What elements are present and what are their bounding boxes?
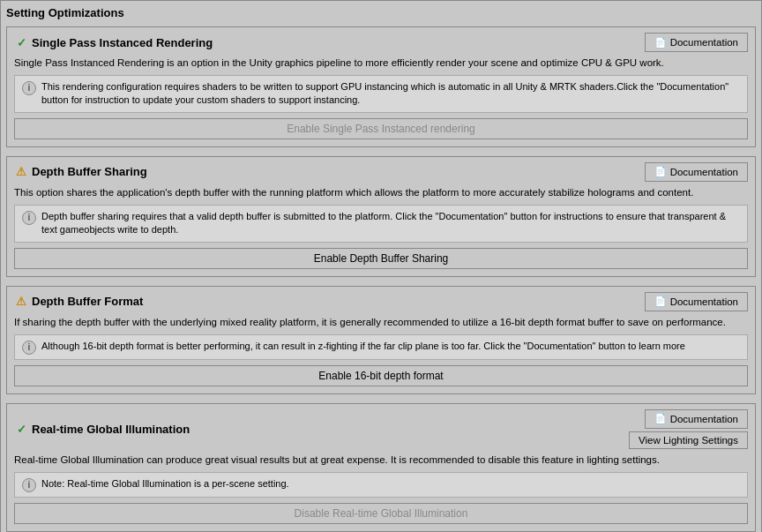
title-row: ✓ Real-time Global Illumination: [14, 422, 190, 436]
title-row: ✓ Single Pass Instanced Rendering: [14, 35, 213, 49]
info-icon-single-pass: i: [22, 81, 36, 95]
section-description-realtime-gi: Real-time Global Illumination can produc…: [14, 453, 748, 467]
status-icon-depth-buffer-format: ⚠: [14, 295, 28, 309]
info-box-depth-buffer-format: i Although 16-bit depth format is better…: [14, 334, 748, 360]
section-title-single-pass: Single Pass Instanced Rendering: [32, 36, 213, 49]
status-icon-depth-buffer-sharing: ⚠: [14, 165, 28, 179]
title-row: ⚠ Depth Buffer Sharing: [14, 165, 147, 179]
section-header: ⚠ Depth Buffer Format 📄 Documentation: [14, 292, 748, 311]
action-btn-single-pass: Enable Single Pass Instanced rendering: [14, 118, 748, 139]
info-icon-realtime-gi: i: [22, 478, 36, 492]
section-header: ⚠ Depth Buffer Sharing 📄 Documentation: [14, 162, 748, 182]
doc-button-single-pass[interactable]: 📄 Documentation: [645, 33, 748, 52]
info-box-realtime-gi: i Note: Real-time Global Illumination is…: [14, 472, 748, 498]
main-window: Setting Optimizations ✓ Single Pass Inst…: [0, 0, 762, 532]
info-box-depth-buffer-sharing: i Depth buffer sharing requires that a v…: [14, 205, 748, 243]
info-box-single-pass: i This rendering configuration requires …: [14, 75, 748, 113]
doc-button-depth-buffer-sharing[interactable]: 📄 Documentation: [645, 162, 748, 182]
section-header: ✓ Single Pass Instanced Rendering 📄 Docu…: [14, 33, 748, 52]
section-buttons: 📄 Documentation: [645, 33, 748, 52]
section-single-pass: ✓ Single Pass Instanced Rendering 📄 Docu…: [6, 26, 756, 147]
action-btn-depth-buffer-format[interactable]: Enable 16-bit depth format: [14, 365, 748, 386]
doc-label: Documentation: [670, 414, 738, 424]
section-description-single-pass: Single Pass Instanced Rendering is an op…: [14, 56, 748, 70]
window-title: Setting Optimizations: [6, 6, 756, 19]
doc-icon: 📄: [654, 36, 667, 49]
doc-button-realtime-gi[interactable]: 📄 Documentation: [645, 409, 748, 429]
doc-button-depth-buffer-format[interactable]: 📄 Documentation: [645, 292, 748, 311]
action-btn-depth-buffer-sharing[interactable]: Enable Depth Buffer Sharing: [14, 248, 748, 269]
info-text-depth-buffer-sharing: Depth buffer sharing requires that a val…: [41, 210, 740, 237]
info-icon-depth-buffer-format: i: [22, 341, 36, 355]
info-text-depth-buffer-format: Although 16-bit depth format is better p…: [41, 340, 685, 353]
section-depth-buffer-sharing: ⚠ Depth Buffer Sharing 📄 Documentation T…: [6, 156, 756, 277]
section-header: ✓ Real-time Global Illumination 📄 Docume…: [14, 409, 748, 449]
status-icon-single-pass: ✓: [14, 35, 28, 49]
action-btn-realtime-gi: Disable Real-time Global Illumination: [14, 503, 748, 524]
doc-icon: 📄: [654, 166, 667, 178]
info-text-realtime-gi: Note: Real-time Global Illumination is a…: [41, 477, 289, 491]
doc-label: Documentation: [670, 167, 738, 177]
doc-label: Documentation: [670, 37, 738, 48]
section-realtime-gi: ✓ Real-time Global Illumination 📄 Docume…: [6, 403, 756, 532]
section-description-depth-buffer-format: If sharing the depth buffer with the und…: [14, 315, 748, 329]
status-icon-realtime-gi: ✓: [14, 422, 28, 436]
section-title-depth-buffer-format: Depth Buffer Format: [32, 295, 143, 308]
section-depth-buffer-format: ⚠ Depth Buffer Format 📄 Documentation If…: [6, 286, 756, 394]
title-row: ⚠ Depth Buffer Format: [14, 295, 143, 309]
view-lighting-btn[interactable]: View Lighting Settings: [629, 431, 748, 449]
doc-icon: 📄: [654, 413, 667, 425]
section-description-depth-buffer-sharing: This option shares the application's dep…: [14, 185, 748, 199]
doc-icon: 📄: [654, 296, 667, 308]
section-title-depth-buffer-sharing: Depth Buffer Sharing: [32, 165, 147, 178]
info-icon-depth-buffer-sharing: i: [22, 211, 36, 225]
doc-label: Documentation: [670, 296, 738, 307]
info-text-single-pass: This rendering configuration requires sh…: [41, 80, 740, 108]
section-buttons: 📄 Documentation: [645, 162, 748, 182]
section-buttons: 📄 Documentation View Lighting Settings: [629, 409, 748, 449]
section-buttons: 📄 Documentation: [645, 292, 748, 311]
section-title-realtime-gi: Real-time Global Illumination: [32, 423, 190, 436]
